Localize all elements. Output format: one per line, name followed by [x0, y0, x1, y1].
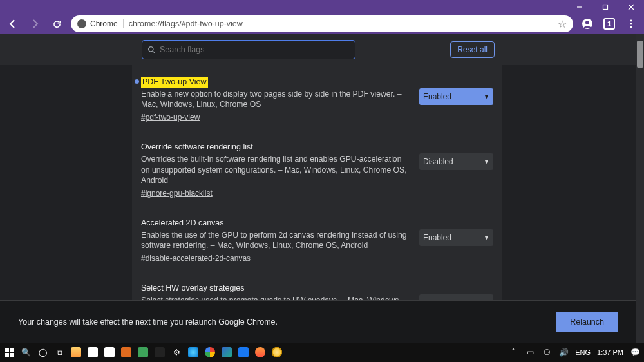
search-taskbar-icon[interactable]: 🔍: [21, 347, 31, 357]
reload-button[interactable]: [49, 16, 64, 32]
svg-point-8: [630, 26, 632, 28]
profile-icon[interactable]: [580, 16, 595, 32]
maximize-button[interactable]: [592, 0, 618, 14]
reset-all-button[interactable]: Reset all: [450, 41, 495, 58]
svg-point-9: [149, 46, 153, 51]
volume-icon[interactable]: 🔊: [558, 347, 569, 357]
flag-row: Override software rendering listOverride…: [141, 142, 493, 198]
changed-indicator-dot: [135, 79, 139, 84]
site-chip[interactable]: Chrome: [77, 19, 124, 28]
flag-text: Override software rendering listOverride…: [141, 142, 408, 198]
scrollbar-thumb[interactable]: [637, 41, 643, 68]
mail-icon[interactable]: [104, 347, 115, 357]
flag-title: Accelerated 2D canvas: [141, 218, 224, 229]
notifications-icon[interactable]: 💬: [630, 347, 640, 357]
forward-button[interactable]: [27, 16, 43, 32]
flag-hash-link[interactable]: #disable-accelerated-2d-canvas: [141, 254, 251, 263]
flag-title: Override software rendering list: [141, 142, 253, 153]
flag-dropdown[interactable]: Enabled▼: [419, 88, 493, 105]
chrome-icon: [77, 19, 86, 28]
flag-hash-link[interactable]: #pdf-two-up-view: [141, 113, 200, 122]
flag-title: PDF Two-up View: [141, 77, 208, 88]
edge-icon[interactable]: [222, 347, 232, 357]
start-button[interactable]: [4, 347, 14, 357]
file-explorer-icon[interactable]: [71, 347, 81, 357]
window-titlebar: [0, 0, 644, 14]
close-button[interactable]: [618, 0, 644, 14]
chrome-canary-icon[interactable]: [272, 347, 282, 357]
page-viewport: Reset all PDF Two-up ViewEnable a new op…: [0, 34, 644, 343]
search-input[interactable]: [160, 45, 350, 54]
flag-row: Accelerated 2D canvasEnables the use of …: [141, 218, 493, 263]
windows-taskbar: 🔍 ◯ ⧉ ⚙ ˄ ▭ ⚆ 🔊 ENG 1:37 PM 💬: [0, 343, 644, 362]
flag-dropdown-value: Enabled: [423, 233, 451, 242]
store-icon[interactable]: [88, 347, 98, 357]
chevron-down-icon: ▼: [484, 158, 489, 165]
search-icon: [147, 46, 156, 54]
svg-point-5: [585, 21, 589, 24]
flag-dropdown-value: Enabled: [423, 92, 451, 101]
svg-point-7: [630, 23, 632, 25]
svg-rect-14: [10, 353, 14, 357]
svg-point-6: [630, 20, 632, 22]
search-flags-field[interactable]: [142, 40, 355, 59]
svg-rect-11: [5, 348, 9, 352]
browser-toolbar: Chrome chrome://flags/#pdf-two-up-view ☆…: [0, 14, 644, 34]
svg-rect-13: [5, 353, 9, 357]
tab-count: 1: [603, 18, 615, 30]
relaunch-bar: Your changes will take effect the next t…: [0, 300, 636, 343]
flag-dropdown[interactable]: Disabled▼: [419, 153, 493, 170]
flags-topbar: Reset all: [0, 34, 644, 65]
flag-text: Accelerated 2D canvasEnables the use of …: [141, 218, 408, 263]
clock[interactable]: 1:37 PM: [597, 348, 623, 356]
site-chip-label: Chrome: [90, 19, 118, 28]
flag-dropdown[interactable]: Enabled▼: [419, 229, 493, 246]
app-icon-3[interactable]: [155, 347, 165, 357]
app-icon-1[interactable]: [121, 347, 131, 357]
language-indicator[interactable]: ENG: [575, 348, 591, 356]
settings-taskbar-icon[interactable]: ⚙: [171, 347, 182, 357]
back-button[interactable]: [5, 16, 21, 32]
tabs-button[interactable]: 1: [601, 16, 617, 32]
facebook-icon[interactable]: [238, 347, 249, 357]
address-bar[interactable]: Chrome chrome://flags/#pdf-two-up-view ☆: [71, 15, 573, 32]
vertical-scrollbar[interactable]: [636, 34, 644, 343]
chrome-taskbar-icon[interactable]: [205, 347, 215, 357]
firefox-icon[interactable]: [255, 347, 265, 357]
tray-chevron-icon[interactable]: ˄: [508, 347, 518, 357]
flag-row: PDF Two-up ViewEnable a new option to di…: [141, 77, 493, 122]
flag-description: Enables the use of the GPU to perform 2d…: [141, 230, 408, 251]
cortana-icon[interactable]: ◯: [37, 347, 48, 357]
task-view-icon[interactable]: ⧉: [54, 347, 64, 357]
svg-rect-1: [603, 5, 608, 9]
menu-button[interactable]: [623, 16, 639, 32]
minimize-button[interactable]: [567, 0, 592, 14]
relaunch-message: Your changes will take effect the next t…: [18, 318, 278, 327]
app-icon-2[interactable]: [138, 347, 148, 357]
flag-hash-link[interactable]: #ignore-gpu-blacklist: [141, 189, 213, 198]
flag-description: Enable a new option to display two pages…: [141, 89, 408, 110]
bookmark-star-icon[interactable]: ☆: [558, 18, 567, 30]
svg-line-10: [153, 51, 155, 53]
relaunch-button[interactable]: Relaunch: [556, 312, 618, 332]
chevron-down-icon: ▼: [484, 234, 489, 241]
edge-legacy-icon[interactable]: [188, 347, 198, 357]
url-text: chrome://flags/#pdf-two-up-view: [129, 19, 553, 28]
flag-control: Enabled▼: [419, 77, 493, 122]
flag-dropdown-value: Disabled: [423, 157, 453, 166]
flag-text: PDF Two-up ViewEnable a new option to di…: [141, 77, 408, 122]
battery-icon[interactable]: ▭: [525, 347, 535, 357]
chevron-down-icon: ▼: [484, 93, 489, 100]
flag-control: Disabled▼: [419, 142, 493, 198]
flag-title: Select HW overlay strategies: [141, 283, 244, 294]
wifi-icon[interactable]: ⚆: [542, 347, 552, 357]
flag-description: Overrides the built-in software renderin…: [141, 154, 408, 186]
flag-control: Enabled▼: [419, 218, 493, 263]
svg-rect-12: [10, 348, 14, 352]
